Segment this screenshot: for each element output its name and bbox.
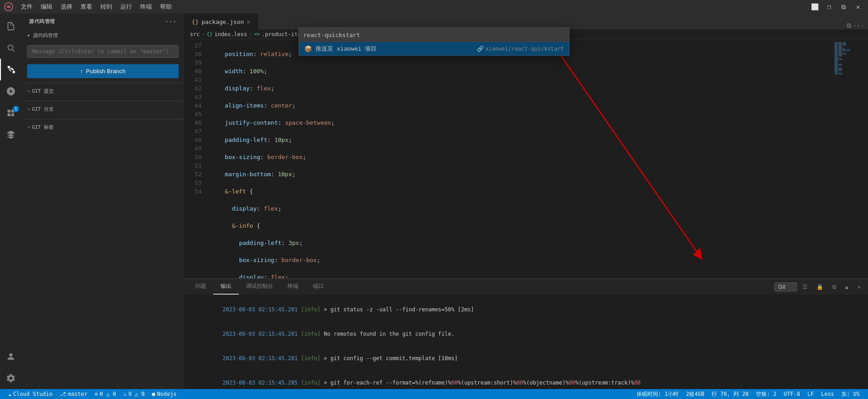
breadcrumb-product-item[interactable]: .product-item — [262, 31, 304, 38]
publish-label: Publish Branch — [86, 68, 125, 75]
status-sleep[interactable]: 休眠时间: 1小时 — [633, 389, 683, 399]
status-brand[interactable]: ☁ Cloud Studio — [5, 389, 56, 399]
tab-output[interactable]: 输出 — [213, 279, 239, 295]
menu-file[interactable]: 文件 — [17, 2, 36, 12]
chevron-right-icon-2: › — [27, 106, 30, 112]
panel-maximize-icon[interactable]: ▲ — [842, 283, 852, 291]
menu-help[interactable]: 帮助 — [156, 2, 175, 12]
status-sync[interactable]: ⊙ 0 △ 0 — [91, 389, 119, 399]
panel-right-controls: Git ☰ 🔒 ⧉ ▲ ✕ — [774, 282, 864, 291]
chevron-right-icon: › — [27, 88, 30, 94]
panel-list-icon[interactable]: ☰ — [799, 283, 811, 291]
panel-output-content[interactable]: 2023-08-03 02:15:45.281 [info] > git sta… — [184, 295, 868, 389]
split-button[interactable]: ⧉ — [837, 0, 850, 13]
activity-source-control[interactable] — [0, 59, 22, 80]
activity-run-debug[interactable] — [0, 80, 22, 102]
tab-package-json[interactable]: {} package.json ✕ — [184, 14, 258, 29]
tab-terminal[interactable]: 终端 — [280, 279, 306, 295]
panel-copy-icon[interactable]: ⧉ — [829, 283, 840, 291]
tab-problems[interactable]: 问题 — [188, 279, 213, 295]
sidebar-more-icon[interactable]: ··· — [165, 18, 177, 25]
menu-run[interactable]: 运行 — [117, 2, 136, 12]
log-line: 2023-08-03 02:15:45.285 [info] > git for… — [190, 371, 863, 389]
minimap: ████ ████ ████████ ████ ████████ ███████… — [832, 39, 868, 278]
activity-extensions[interactable]: 1 — [0, 102, 22, 124]
result-package-icon: 📦 — [304, 45, 312, 52]
git-branches-toggle[interactable]: › GIT 分支 — [22, 104, 184, 114]
status-problems[interactable]: ⚠ 0 △ 0 — [120, 389, 148, 399]
command-result-item[interactable]: 📦 推送至 xiaowei 项目 🔗 xiaowei/react-quickst… — [299, 42, 569, 56]
maximize-button[interactable]: ❐ — [823, 0, 835, 13]
menu-view[interactable]: 查看 — [77, 2, 96, 12]
git-dropdown-wrapper: Git — [774, 282, 797, 291]
git-commits-toggle[interactable]: › GIT 提交 — [22, 86, 184, 96]
status-region[interactable]: 东: US — [838, 389, 863, 399]
git-tags-toggle[interactable]: › GIT 标签 — [22, 122, 184, 132]
activity-search[interactable] — [0, 37, 22, 59]
publish-icon: ↑ — [80, 68, 84, 75]
command-palette: 📦 推送至 xiaowei 项目 🔗 xiaowei/react-quickst… — [298, 27, 570, 56]
cpu-text: 2核4GB — [686, 390, 704, 398]
code-content[interactable]: position: relative; width: 100%; display… — [207, 39, 832, 278]
menu-terminal[interactable]: 终端 — [137, 2, 156, 12]
menu-select[interactable]: 选择 — [57, 2, 76, 12]
command-input-wrapper — [299, 28, 569, 42]
menu-edit[interactable]: 编辑 — [37, 2, 56, 12]
commit-message-input[interactable] — [27, 45, 179, 58]
breadcrumb-sep-1: › — [202, 31, 205, 38]
svg-rect-3 — [8, 113, 10, 116]
brand-text: Cloud Studio — [13, 391, 52, 397]
status-language[interactable]: Less — [817, 389, 838, 399]
sidebar-section-header[interactable]: ▾ 源代码管理 — [22, 29, 184, 42]
svg-rect-1 — [8, 110, 10, 113]
tab-debug-console[interactable]: 调试控制台 — [239, 279, 280, 295]
sync-count: 0 △ 0 — [100, 391, 116, 397]
status-encoding[interactable]: UTF-8 — [780, 389, 804, 399]
more-tabs-icon[interactable]: ··· — [853, 22, 864, 29]
breadcrumb-sep-2: › — [249, 31, 252, 38]
sidebar: 源代码管理 ··· ▾ 源代码管理 ↑ Publish Branch › GIT… — [22, 14, 184, 389]
chevron-down-icon: ▾ — [27, 33, 30, 38]
output-source-select[interactable]: Git — [774, 282, 797, 291]
status-spaces[interactable]: 空格: 2 — [752, 389, 780, 399]
minimize-button[interactable]: ⬜ — [808, 0, 821, 13]
problems-count: 0 △ 0 — [128, 391, 145, 397]
breadcrumb-tag-2: <> — [254, 31, 260, 37]
activity-bar: 1 — [0, 14, 22, 389]
status-branch[interactable]: ⎇ master — [56, 389, 91, 399]
main-layout: 1 源代码管理 ··· ▾ 源代码管理 ↑ Publish Branch — [0, 14, 868, 389]
publish-branch-button[interactable]: ↑ Publish Branch — [27, 64, 179, 78]
git-commits-section: › GIT 提交 — [22, 83, 184, 99]
split-editor-icon[interactable]: ⧉ — [847, 22, 851, 29]
status-cursor[interactable]: 行 70, 列 28 — [708, 389, 752, 399]
status-cpu[interactable]: 2核4GB — [682, 389, 708, 399]
breadcrumb-index-less[interactable]: index.less — [214, 31, 247, 38]
log-line: 2023-08-03 02:15:45.281 [info] > git con… — [190, 346, 863, 371]
encoding-text: UTF-8 — [784, 391, 800, 397]
activity-explorer[interactable] — [0, 15, 22, 37]
log-line: 2023-08-03 02:15:45.281 [info] No remote… — [190, 322, 863, 346]
sidebar-section-title: 源代码管理 — [33, 32, 58, 39]
git-tags-label: GIT 标签 — [32, 124, 54, 131]
command-input[interactable] — [303, 32, 565, 38]
status-eol[interactable]: LF — [804, 389, 817, 399]
panel-close-icon[interactable]: ✕ — [854, 283, 864, 291]
tab-ports[interactable]: 端口 — [306, 279, 331, 295]
result-text: 推送至 xiaowei 项目 — [316, 45, 473, 53]
code-editor: 3738394041 4243444546 4748495051 525354 … — [184, 39, 868, 278]
breadcrumb-src[interactable]: src — [190, 31, 200, 38]
activity-accounts[interactable] — [0, 346, 22, 367]
panel-lock-icon[interactable]: 🔒 — [813, 283, 827, 291]
menu-goto[interactable]: 转到 — [97, 2, 116, 12]
tab-label: package.json — [202, 19, 244, 25]
status-nodejs[interactable]: ● Nodejs — [148, 389, 180, 399]
svg-point-5 — [9, 353, 12, 357]
activity-settings[interactable] — [0, 367, 22, 389]
warning-icon: ⚠ — [123, 391, 127, 397]
log-line: 2023-08-03 02:15:45.281 [info] > git sta… — [190, 297, 863, 322]
sidebar-header-icons: ··· — [165, 18, 177, 25]
tab-close-icon[interactable]: ✕ — [247, 18, 250, 25]
close-button[interactable]: ✕ — [852, 0, 864, 13]
activity-deploy[interactable] — [0, 124, 22, 146]
minimap-code: ████ ████ ████████ ████ ████████ ███████… — [832, 39, 868, 77]
